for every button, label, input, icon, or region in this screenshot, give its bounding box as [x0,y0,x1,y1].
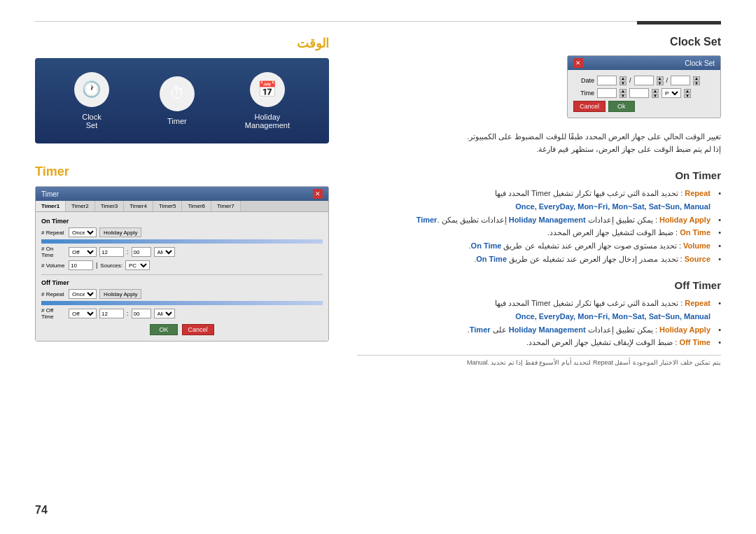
on-time-label: # On Time [41,246,66,258]
timer-section-label: Timer [35,164,329,179]
date-sep-2: / [666,77,668,84]
volume-row: # Volume | Sources: PC HDMI [41,260,323,270]
timer-tab-3[interactable]: Timer3 [95,201,125,211]
holiday-apply-arabic: : يمكن تطبيق إعدادات Holiday Management … [437,216,657,224]
on-time-ampm-select[interactable]: AM PM [154,247,175,257]
timer-tab-5[interactable]: Timer5 [153,201,183,211]
timer-tab-2[interactable]: Timer2 [66,201,95,211]
left-column: الوقت 🕐 ClockSet ⏱ Timer 📅 HolidayManage… [35,36,329,366]
off-timer-repeat-item: Repeat : تحديد المدة التي ترغب فيها تكرا… [357,297,721,323]
on-timer-source-item: Source : تحديد مصدر إدخال جهاز العرض عند… [357,253,721,266]
clock-set-titlebar: Clock Set ✕ [568,56,720,70]
off-holiday-apply-button[interactable]: Holiday Apply [99,289,141,299]
off-repeat-label: # Repeat [41,291,66,297]
clock-set-dialog-wrapper: Clock Set ✕ Date ▲ ▼ / [357,55,721,125]
off-time-ampm-select[interactable]: AM PM [154,309,175,318]
repeat-values: Once, EveryDay, Mon~Fri, Mon~Sat, Sat~Su… [515,202,710,211]
off-time-row: # Off Time Off On : AM PM [41,307,323,320]
off-repeat-row: # Repeat Once EveryDay Holiday Apply [41,289,323,299]
on-timer-title: On Timer [41,218,323,225]
on-timer-color-bar [41,239,323,244]
volume-key: Volume [681,241,710,250]
on-time-key: On Time [678,228,710,237]
off-time-label: # Off Time [41,307,66,320]
date-year-down[interactable]: ▼ [693,81,700,85]
clock-set-ok-button[interactable]: Ok [608,101,635,112]
on-time-hours-input[interactable] [99,247,124,257]
date-row: Date ▲ ▼ / ▲ ▼ / [573,76,715,85]
off-timer-bullet-list: Repeat : تحديد المدة التي ترغب فيها تكرا… [357,297,721,349]
volume-arabic: : تحديد مستوى صوت جهاز العرض عند تشغيله … [469,241,682,250]
time-ampm-select[interactable]: PM AM [662,88,681,98]
timer-close-button[interactable]: ✕ [313,189,323,199]
off-timer-holiday-item: Holiday Apply : يمكن تطبيق إعدادات Holid… [357,323,721,337]
time-row: Time ▲ ▼ ▲ ▼ PM [573,88,715,98]
arabic-description: تغيير الوقت الحالي على جهاز العرض المحدد… [357,131,721,155]
timer-tabs: Timer1 Timer2 Timer3 Timer4 Timer5 Timer… [36,201,328,212]
on-timer-volume-item: Volume : تحديد مستوى صوت جهاز العرض عند … [357,239,721,253]
off-repeat-select[interactable]: Once EveryDay [69,289,97,299]
off-time-key: Off Time [678,338,710,346]
off-time-minutes-input[interactable] [132,309,151,318]
time-minutes-up[interactable]: ▲ [652,89,659,93]
ok-button[interactable]: OK [150,324,177,335]
right-column: Clock Set Clock Set ✕ Date ▲ [357,36,721,366]
on-timer-section-header: On Timer [357,169,721,181]
clock-set-icon: 🕐 [74,72,109,107]
timer-tab-4[interactable]: Timer4 [124,201,153,211]
cancel-button[interactable]: Cancel [182,324,214,335]
time-label: Time [573,90,594,97]
time-hours-input[interactable] [597,88,617,98]
clock-set-label: ClockSet [82,113,102,129]
date-year-input[interactable] [671,76,690,85]
time-minutes-input[interactable] [629,88,649,98]
on-timer-repeat-item: Repeat : تحديد المدة التي ترغب فيها تكرا… [357,187,721,213]
repeat-key: Repeat [682,189,710,197]
timer-tab-6[interactable]: Timer6 [182,201,211,211]
date-day-down[interactable]: ▼ [657,81,664,85]
time-ampm-up[interactable]: ▲ [684,89,691,93]
date-month-spinner: ▲ ▼ [620,76,626,85]
date-day-up[interactable]: ▲ [657,76,664,80]
date-month-down[interactable]: ▼ [620,81,626,85]
on-time-onoff-select[interactable]: Off On [69,247,97,257]
off-timer-title: Off Timer [41,279,323,286]
off-time-onoff-select[interactable]: Off On [69,309,97,318]
time-minutes-down[interactable]: ▼ [652,94,659,98]
date-day-input[interactable] [634,76,654,85]
off-holiday-apply-key: Holiday Apply [657,325,710,334]
content-area: الوقت 🕐 ClockSet ⏱ Timer 📅 HolidayManage… [35,36,721,366]
footnote: يتم تمكين خلف الاختيار الموجودة أسفل Rep… [357,355,721,366]
date-month-input[interactable] [597,76,617,85]
on-time-minutes-input[interactable] [132,247,151,257]
right-accent-bar [637,21,721,24]
timer-icon: ⏱ [160,76,195,111]
date-year-up[interactable]: ▲ [693,76,700,80]
time-hours-up[interactable]: ▲ [620,89,626,93]
clock-set-close-button[interactable]: ✕ [573,58,583,68]
holiday-apply-button[interactable]: Holiday Apply [99,227,141,237]
off-time-colon: : [127,310,129,317]
time-ampm-down[interactable]: ▼ [684,94,691,98]
date-year-spinner: ▲ ▼ [693,76,700,85]
repeat-select[interactable]: Once EveryDay Mon~Fri Mon~Sat Sat~Sun Ma… [69,227,97,237]
arabic-section-title: الوقت [35,36,329,51]
time-minutes-spinner: ▲ ▼ [652,89,659,98]
timer-dialog-titlebar: Timer ✕ [36,187,328,201]
repeat-arabic: : تحديد المدة التي ترغب فيها تكرار تشغيل… [495,189,682,197]
off-timer-section-header: Off Timer [357,279,721,291]
off-time-hours-input[interactable] [99,309,124,318]
arabic-desc-1: تغيير الوقت الحالي على جهاز العرض المحدد… [357,131,721,143]
off-timer-color-bar [41,301,323,305]
volume-separator: | [96,262,97,269]
timer-dialog-title: Timer [41,190,59,198]
timer-tab-1[interactable]: Timer1 [36,201,66,211]
clock-set-cancel-button[interactable]: Cancel [573,101,606,112]
time-hours-down[interactable]: ▼ [620,94,626,98]
timer-body: On Timer # Repeat Once EveryDay Mon~Fri … [36,212,328,341]
time-ampm-spinner: ▲ ▼ [684,89,691,98]
volume-input[interactable] [69,260,93,270]
source-select[interactable]: PC HDMI [125,260,150,270]
date-month-up[interactable]: ▲ [620,76,626,80]
timer-tab-7[interactable]: Timer7 [211,201,241,211]
